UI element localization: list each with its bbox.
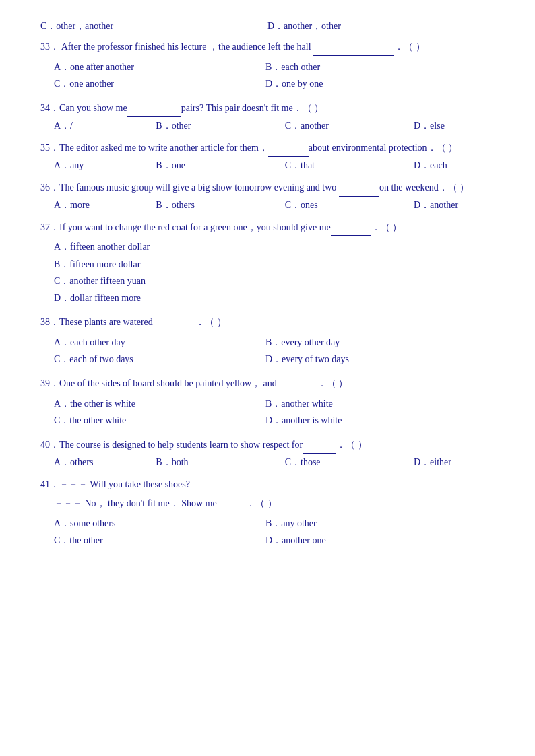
- option-39-d: D．another is white: [265, 412, 477, 429]
- option-35-a: A．any: [54, 160, 135, 172]
- option-37-a: A．fifteen another dollar: [54, 238, 495, 255]
- option-34-c: C．another: [285, 120, 393, 132]
- question-40: 40．The course is designed to help studen…: [40, 437, 495, 469]
- option-37-b: B．fifteen more dollar: [54, 256, 495, 273]
- option-41-b: B．any other: [265, 515, 477, 532]
- question-40-text: 40．The course is designed to help studen…: [40, 437, 495, 454]
- question-35: 35．The editor asked me to write another …: [40, 140, 495, 172]
- option-33-b: B．each other: [265, 59, 477, 75]
- blank-41: [219, 495, 246, 512]
- option-36-c: C．ones: [285, 199, 393, 211]
- question-35-text: 35．The editor asked me to write another …: [40, 140, 495, 157]
- option-38-d: D．every of two days: [265, 351, 477, 368]
- option-36-d: D．another: [414, 199, 495, 211]
- option-40-b: B．both: [156, 456, 263, 469]
- option-35-d: D．each: [414, 160, 495, 172]
- option-41-d: D．another one: [265, 532, 477, 549]
- blank-37: [331, 219, 371, 236]
- question-38-text: 38．These plants are watered ．（ ）: [40, 314, 495, 331]
- option-33-c: C．one another: [54, 75, 265, 92]
- options-33: A．one after another B．each other C．one a…: [54, 59, 495, 92]
- option-34-d: D．else: [414, 120, 495, 132]
- blank-33: [313, 39, 394, 56]
- blank-40: [303, 437, 336, 454]
- option-36-a: A．more: [54, 199, 135, 211]
- option-38-b: B．every other day: [265, 334, 477, 351]
- question-39: 39．One of the sides of board should be p…: [40, 376, 495, 429]
- question-41: 41．－－－ Will you take these shoes? －－－ No…: [40, 477, 495, 549]
- question-41-line2: －－－ No， they don't fit me． Show me ．（ ）: [54, 495, 495, 512]
- question-41-line1: 41．－－－ Will you take these shoes?: [40, 477, 495, 493]
- option-d-top: D．another，other: [268, 20, 495, 32]
- question-36-text: 36．The famous music group will give a bi…: [40, 180, 495, 197]
- question-33: 33． After the professor finished his lec…: [40, 39, 495, 92]
- option-35-c: C．that: [285, 160, 393, 172]
- question-36: 36．The famous music group will give a bi…: [40, 180, 495, 211]
- option-39-a: A．the other is white: [54, 395, 265, 412]
- blank-36: [339, 180, 379, 197]
- option-33-a: A．one after another: [54, 59, 265, 75]
- blank-34: [127, 100, 181, 117]
- option-33-d: D．one by one: [265, 75, 477, 92]
- question-39-text: 39．One of the sides of board should be p…: [40, 376, 495, 392]
- option-40-a: A．others: [54, 456, 135, 469]
- option-41-a: A．some others: [54, 515, 265, 532]
- option-38-c: C．each of two days: [54, 351, 265, 368]
- question-38: 38．These plants are watered ．（ ） A．each …: [40, 314, 495, 368]
- options-40: A．others B．both C．those D．either: [54, 456, 495, 469]
- option-39-b: B．another white: [265, 395, 477, 412]
- options-38: A．each other day B．every other day C．eac…: [54, 334, 495, 368]
- option-36-b: B．others: [156, 199, 263, 211]
- question-37: 37．If you want to change the red coat fo…: [40, 219, 495, 307]
- previous-question-options: C．other，another D．another，other: [40, 20, 495, 32]
- option-c-top: C．other，another: [40, 20, 268, 32]
- question-34-text: 34．Can you show me pairs? This pair does…: [40, 100, 495, 117]
- question-37-text: 37．If you want to change the red coat fo…: [40, 219, 495, 236]
- question-34: 34．Can you show me pairs? This pair does…: [40, 100, 495, 132]
- options-36: A．more B．others C．ones D．another: [54, 199, 495, 211]
- blank-35: [268, 140, 309, 157]
- option-34-a: A．/: [54, 120, 135, 132]
- blank-39: [277, 376, 317, 392]
- option-34-b: B．other: [156, 120, 263, 132]
- options-41: A．some others B．any other C．the other D．…: [54, 515, 495, 549]
- option-39-c: C．the other white: [54, 412, 265, 429]
- option-37-c: C．another fifteen yuan: [54, 273, 495, 289]
- option-37-d: D．dollar fifteen more: [54, 289, 495, 306]
- option-41-c: C．the other: [54, 532, 265, 549]
- option-38-a: A．each other day: [54, 334, 265, 351]
- option-40-d: D．either: [414, 456, 495, 469]
- question-33-text: 33． After the professor finished his lec…: [40, 39, 495, 56]
- option-40-c: C．those: [285, 456, 393, 469]
- option-35-b: B．one: [156, 160, 263, 172]
- options-35: A．any B．one C．that D．each: [54, 160, 495, 172]
- blank-38: [155, 314, 195, 331]
- options-34: A．/ B．other C．another D．else: [54, 120, 495, 132]
- options-39: A．the other is white B．another white C．t…: [54, 395, 495, 429]
